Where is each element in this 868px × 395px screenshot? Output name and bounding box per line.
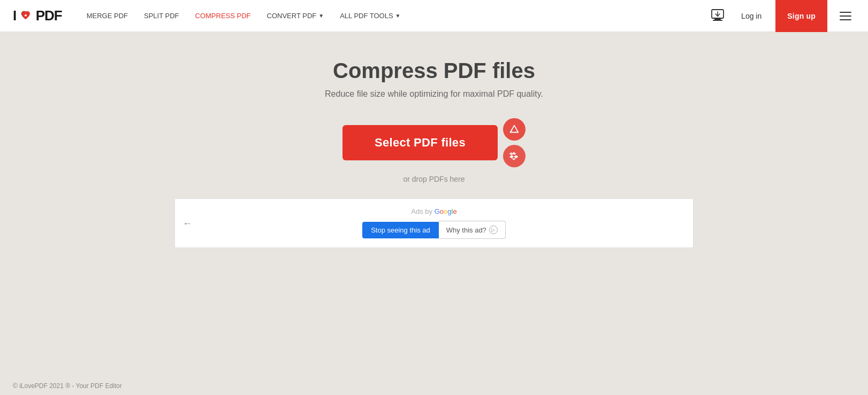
page-title: Compress PDF files [333,59,535,83]
nav-merge-pdf[interactable]: MERGE PDF [79,7,135,24]
header-right: Log in Sign up [708,0,855,32]
dropbox-icon[interactable] [503,145,526,167]
ad-back-arrow-icon[interactable]: ← [182,218,192,229]
upload-area: Select PDF files [342,118,526,167]
desktop-download-icon[interactable] [708,6,727,26]
ads-by-google-label: Ads by Google [411,207,456,215]
svg-rect-3 [713,20,722,21]
why-ad-arrow-icon: ▷ [489,226,498,234]
hamburger-menu-icon[interactable] [836,6,855,26]
login-button[interactable]: Log in [736,9,767,24]
logo[interactable]: I PDF [13,7,62,24]
logo-heart-icon [20,7,32,18]
footer: © iLovePDF 2021 ® - Your PDF Editor [0,377,868,395]
nav-convert-pdf[interactable]: CONVERT PDF ▼ [260,7,332,24]
nav-compress-pdf[interactable]: COMPRESS PDF [188,7,258,24]
google-brand-text: Google [435,207,457,215]
why-this-ad-button[interactable]: Why this ad? ▷ [439,221,506,239]
google-drive-icon[interactable] [503,118,526,141]
main-content: Compress PDF files Reduce file size whil… [0,32,868,248]
ad-controls: Stop seeing this ad Why this ad? ▷ [362,221,506,239]
main-nav: MERGE PDF SPLIT PDF COMPRESS PDF CONVERT… [79,7,708,24]
ad-banner: ← Ads by Google Stop seeing this ad Why … [174,198,694,248]
svg-rect-2 [714,19,721,20]
convert-dropdown-icon: ▼ [318,13,324,19]
signup-button[interactable]: Sign up [775,0,827,32]
stop-seeing-ad-button[interactable]: Stop seeing this ad [362,222,439,238]
nav-split-pdf[interactable]: SPLIT PDF [136,7,187,24]
nav-all-tools[interactable]: ALL PDF TOOLS ▼ [332,7,408,24]
cloud-upload-icons [503,118,526,167]
logo-text: I PDF [13,7,62,24]
page-subtitle: Reduce file size while optimizing for ma… [325,89,543,99]
header: I PDF MERGE PDF SPLIT PDF COMPRESS PDF C… [0,0,868,32]
select-pdf-button[interactable]: Select PDF files [342,125,498,160]
copyright-text: © iLovePDF 2021 ® - Your PDF Editor [13,382,122,390]
all-tools-dropdown-icon: ▼ [395,13,401,19]
drop-text: or drop PDFs here [403,175,465,183]
